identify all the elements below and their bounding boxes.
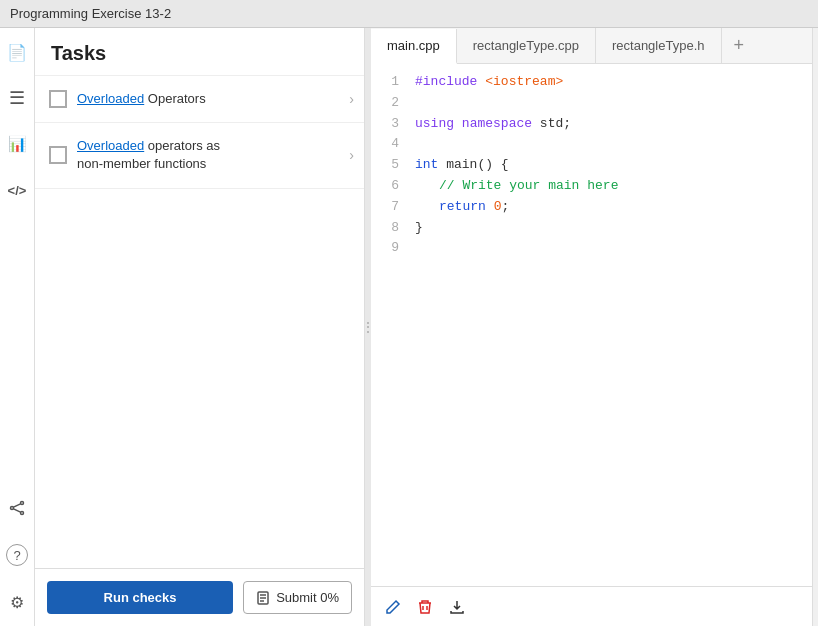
task-checkbox-2[interactable] (49, 146, 67, 164)
run-checks-button[interactable]: Run checks (47, 581, 233, 614)
submit-icon (256, 591, 270, 605)
add-tab-button[interactable]: + (722, 28, 757, 63)
code-line-5: 5 int main() { (371, 155, 812, 176)
svg-line-3 (14, 504, 21, 507)
submit-button[interactable]: Submit 0% (243, 581, 352, 614)
svg-point-1 (11, 507, 14, 510)
code-line-7: 7 return 0; (371, 197, 812, 218)
share-icon[interactable] (3, 494, 31, 522)
edit-icon[interactable] (385, 599, 401, 615)
code-line-6: 6 // Write your main here (371, 176, 812, 197)
task-item-2[interactable]: Overloaded operators asnon-member functi… (35, 123, 364, 188)
code-editor[interactable]: 1 #include <iostream> 2 3 using namespac… (371, 64, 812, 586)
submit-label: Submit 0% (276, 590, 339, 605)
svg-point-0 (21, 502, 24, 505)
settings-icon[interactable]: ⚙ (3, 588, 31, 616)
svg-line-4 (14, 509, 21, 512)
editor-area: main.cpp rectangleType.cpp rectangleType… (371, 28, 812, 626)
code-line-3: 3 using namespace std; (371, 114, 812, 135)
tab-rectangle-type-cpp[interactable]: rectangleType.cpp (457, 28, 596, 63)
help-icon[interactable]: ? (6, 544, 28, 566)
code-icon[interactable]: </> (3, 176, 31, 204)
task-arrow-1: › (349, 91, 354, 107)
delete-icon[interactable] (417, 599, 433, 615)
tasks-header: Tasks (35, 28, 364, 76)
task-label-1: Overloaded Operators (77, 90, 339, 108)
tab-main-cpp[interactable]: main.cpp (371, 29, 457, 64)
tab-rectangle-type-h[interactable]: rectangleType.h (596, 28, 722, 63)
top-bar: Programming Exercise 13-2 (0, 0, 818, 28)
book-icon[interactable]: 📄 (3, 38, 31, 66)
tasks-panel: Tasks Overloaded Operators › Overloaded … (35, 28, 365, 626)
code-line-2: 2 (371, 93, 812, 114)
task-arrow-2: › (349, 147, 354, 163)
chart-icon[interactable]: 📊 (3, 130, 31, 158)
right-scrollbar[interactable] (812, 28, 818, 626)
download-icon[interactable] (449, 599, 465, 615)
page-title: Programming Exercise 13-2 (10, 6, 171, 21)
editor-footer (371, 586, 812, 626)
icon-sidebar: 📄 ☰ 📊 </> ? ⚙ (0, 28, 35, 626)
tabs-bar: main.cpp rectangleType.cpp rectangleType… (371, 28, 812, 64)
code-line-8: 8 } (371, 218, 812, 239)
svg-point-2 (21, 512, 24, 515)
code-line-1: 1 #include <iostream> (371, 72, 812, 93)
code-line-9: 9 (371, 238, 812, 259)
task-checkbox-1[interactable] (49, 90, 67, 108)
list-icon[interactable]: ☰ (3, 84, 31, 112)
task-item-1[interactable]: Overloaded Operators › (35, 76, 364, 123)
tasks-footer: Run checks Submit 0% (35, 568, 364, 626)
task-label-2: Overloaded operators asnon-member functi… (77, 137, 339, 173)
code-line-4: 4 (371, 134, 812, 155)
